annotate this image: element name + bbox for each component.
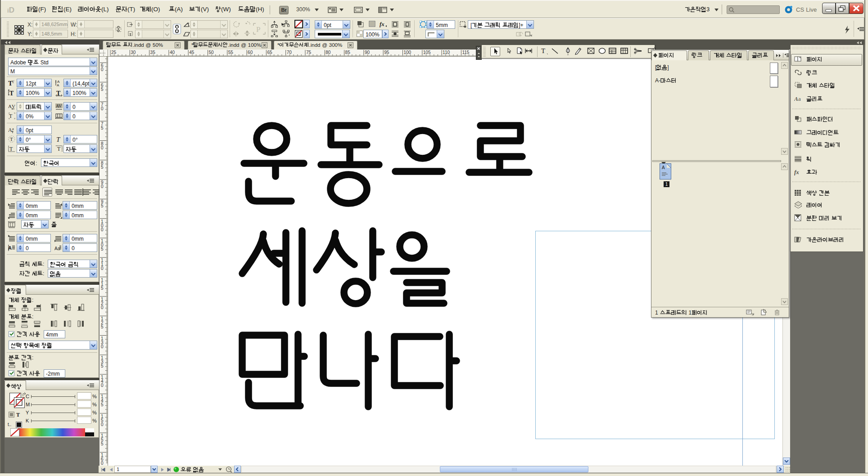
svg-text:T: T — [9, 146, 13, 152]
svg-text:A: A — [8, 103, 12, 109]
svg-text:T: T — [56, 90, 61, 96]
svg-text:A: A — [662, 165, 665, 170]
svg-text:V: V — [12, 103, 15, 109]
svg-text:T: T — [56, 136, 61, 143]
svg-text:A: A — [794, 95, 798, 102]
svg-text:t..: t.. — [8, 422, 11, 427]
svg-text:a: a — [12, 127, 14, 131]
svg-text:T: T — [9, 113, 13, 119]
svg-text:A: A — [57, 83, 59, 87]
svg-text:fx: fx — [794, 169, 799, 175]
svg-text:T: T — [9, 90, 14, 96]
svg-text:fx: fx — [380, 21, 384, 27]
svg-text:T: T — [16, 412, 20, 418]
svg-text:T: T — [10, 136, 13, 142]
svg-text:A: A — [8, 127, 12, 133]
svg-text:T: T — [12, 80, 14, 84]
svg-text:a: a — [798, 95, 801, 102]
svg-text:P: P — [256, 25, 260, 34]
svg-text:AV: AV — [56, 103, 62, 108]
svg-text:T: T — [541, 47, 545, 54]
svg-text:T: T — [57, 146, 61, 152]
svg-text:Aa: Aa — [54, 246, 60, 251]
